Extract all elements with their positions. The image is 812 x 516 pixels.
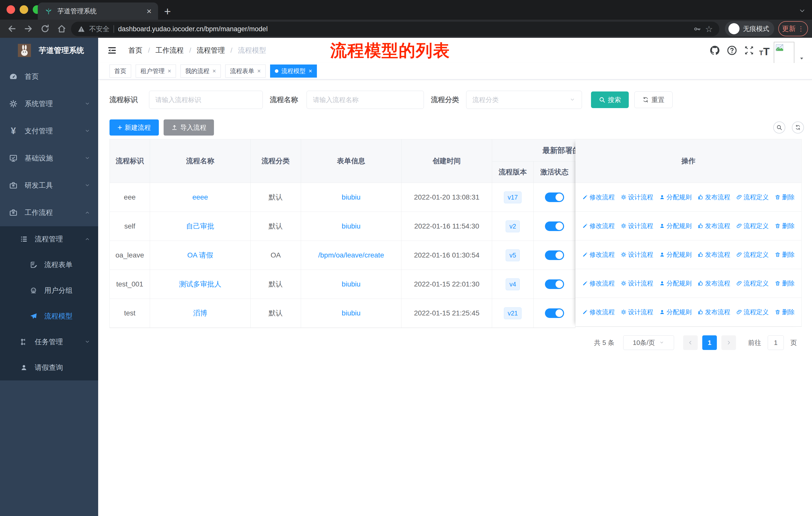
action-流程定义[interactable]: 流程定义 [736, 250, 769, 259]
sidebar-item-6[interactable]: 工作流程 [0, 199, 98, 226]
form-link[interactable]: biubiu [342, 222, 361, 230]
fullscreen-icon[interactable] [744, 45, 755, 56]
github-icon[interactable] [709, 45, 720, 56]
tag-close-icon[interactable]: × [168, 67, 171, 75]
process-name-link[interactable]: 滔博 [193, 308, 207, 318]
sidebar-item-请假查询[interactable]: 请假查询 [0, 355, 98, 380]
tag-租户管理[interactable]: 租户管理× [136, 64, 176, 78]
reset-button[interactable]: 重置 [634, 91, 672, 108]
action-分配规则[interactable]: 分配规则 [659, 279, 692, 288]
new-tab-button[interactable]: + [164, 4, 171, 18]
update-button[interactable]: 更新 ⋮ [778, 21, 808, 36]
sidebar-item-流程模型[interactable]: 流程模型 [0, 303, 98, 329]
tag-流程模型[interactable]: 流程模型× [270, 64, 317, 78]
action-设计流程[interactable]: 设计流程 [621, 222, 653, 230]
action-修改流程[interactable]: 修改流程 [582, 193, 615, 201]
tab-search-chevron-icon[interactable] [798, 8, 807, 13]
filter-key-input[interactable] [149, 91, 263, 109]
sidebar-item-流程表单[interactable]: 流程表单 [0, 252, 98, 278]
filter-name-input[interactable] [307, 91, 424, 109]
action-设计流程[interactable]: 设计流程 [621, 250, 653, 259]
tag-close-icon[interactable]: × [309, 67, 312, 75]
browser-menu-icon[interactable]: ⋮ [798, 25, 804, 33]
filter-category-select[interactable]: 流程分类 [466, 91, 582, 109]
import-process-button[interactable]: 导入流程 [164, 119, 214, 136]
action-发布流程[interactable]: 发布流程 [698, 250, 730, 259]
action-修改流程[interactable]: 修改流程 [582, 250, 615, 259]
action-分配规则[interactable]: 分配规则 [659, 250, 692, 259]
close-window-button[interactable] [6, 5, 15, 14]
bookmark-star-icon[interactable]: ☆ [705, 24, 713, 34]
action-删除[interactable]: 删除 [775, 222, 794, 230]
action-流程定义[interactable]: 流程定义 [736, 279, 769, 288]
sidebar-item-流程管理[interactable]: 流程管理 [0, 226, 98, 252]
action-分配规则[interactable]: 分配规则 [659, 222, 692, 230]
sidebar-item-2[interactable]: 系统管理 [0, 90, 98, 117]
browser-tab[interactable]: 芋道管理系统 × [38, 2, 158, 20]
active-toggle[interactable] [545, 250, 564, 260]
search-button[interactable]: 搜索 [591, 91, 629, 108]
process-name-link[interactable]: 自己审批 [186, 221, 214, 231]
show-search-circle-button[interactable] [773, 121, 785, 134]
prev-page-button[interactable] [683, 335, 698, 350]
action-删除[interactable]: 删除 [775, 279, 794, 288]
action-删除[interactable]: 删除 [775, 250, 794, 259]
form-link[interactable]: biubiu [342, 193, 361, 201]
active-toggle[interactable] [545, 192, 564, 202]
action-修改流程[interactable]: 修改流程 [582, 279, 615, 288]
sidebar-item-3[interactable]: ¥支付管理 [0, 117, 98, 145]
user-avatar-broken-image[interactable] [774, 42, 794, 64]
form-link[interactable]: /bpm/oa/leave/create [318, 251, 384, 259]
action-发布流程[interactable]: 发布流程 [698, 308, 730, 316]
active-toggle[interactable] [545, 308, 564, 318]
sidebar-item-1[interactable]: 首页 [0, 63, 98, 90]
action-删除[interactable]: 删除 [775, 193, 794, 201]
action-流程定义[interactable]: 流程定义 [736, 222, 769, 230]
action-流程定义[interactable]: 流程定义 [736, 308, 769, 316]
tag-close-icon[interactable]: × [257, 67, 261, 75]
action-删除[interactable]: 删除 [775, 308, 794, 316]
action-发布流程[interactable]: 发布流程 [698, 193, 730, 201]
sidebar-item-用户分组[interactable]: 用户分组 [0, 278, 98, 303]
forward-icon[interactable] [24, 24, 33, 33]
action-流程定义[interactable]: 流程定义 [736, 193, 769, 201]
next-page-button[interactable] [721, 335, 736, 350]
action-修改流程[interactable]: 修改流程 [582, 222, 615, 230]
back-icon[interactable] [7, 24, 17, 33]
action-发布流程[interactable]: 发布流程 [698, 279, 730, 288]
tag-首页[interactable]: 首页 [110, 64, 131, 78]
process-name-link[interactable]: eeee [192, 193, 208, 201]
action-发布流程[interactable]: 发布流程 [698, 222, 730, 230]
sidebar-item-5[interactable]: 研发工具 [0, 172, 98, 199]
reload-icon[interactable] [40, 24, 50, 33]
address-bar[interactable]: 不安全 dashboard.yudao.iocoder.cn/bpm/manag… [71, 22, 719, 36]
create-process-button[interactable]: + 新建流程 [110, 119, 159, 136]
refresh-circle-button[interactable] [792, 121, 804, 134]
process-name-link[interactable]: 测试多审批人 [179, 279, 221, 289]
action-修改流程[interactable]: 修改流程 [582, 308, 615, 316]
current-page-button[interactable]: 1 [702, 335, 717, 350]
tab-close-icon[interactable]: × [146, 7, 151, 16]
action-设计流程[interactable]: 设计流程 [621, 308, 653, 316]
goto-page-input[interactable] [768, 335, 784, 350]
font-size-icon[interactable]: TT [759, 45, 770, 56]
breadcrumb-item[interactable]: 流程管理 [197, 46, 225, 55]
action-分配规则[interactable]: 分配规则 [659, 193, 692, 201]
action-分配规则[interactable]: 分配规则 [659, 308, 692, 316]
tag-close-icon[interactable]: × [212, 67, 216, 75]
form-link[interactable]: biubiu [342, 280, 361, 288]
active-toggle[interactable] [545, 221, 564, 231]
action-设计流程[interactable]: 设计流程 [621, 193, 653, 201]
page-size-select[interactable]: 10条/页 [623, 335, 674, 350]
active-toggle[interactable] [545, 279, 564, 289]
avatar-caret-down-icon[interactable] [799, 56, 805, 61]
header-search-icon[interactable] [693, 45, 704, 56]
process-name-link[interactable]: OA 请假 [187, 250, 213, 260]
sidebar-item-4[interactable]: 基础设施 [0, 145, 98, 172]
action-设计流程[interactable]: 设计流程 [621, 279, 653, 288]
breadcrumb-item[interactable]: 首页 [128, 46, 142, 55]
form-link[interactable]: biubiu [342, 309, 361, 317]
key-icon[interactable] [693, 25, 701, 33]
breadcrumb-item[interactable]: 工作流程 [155, 46, 184, 55]
help-icon[interactable] [726, 45, 737, 56]
